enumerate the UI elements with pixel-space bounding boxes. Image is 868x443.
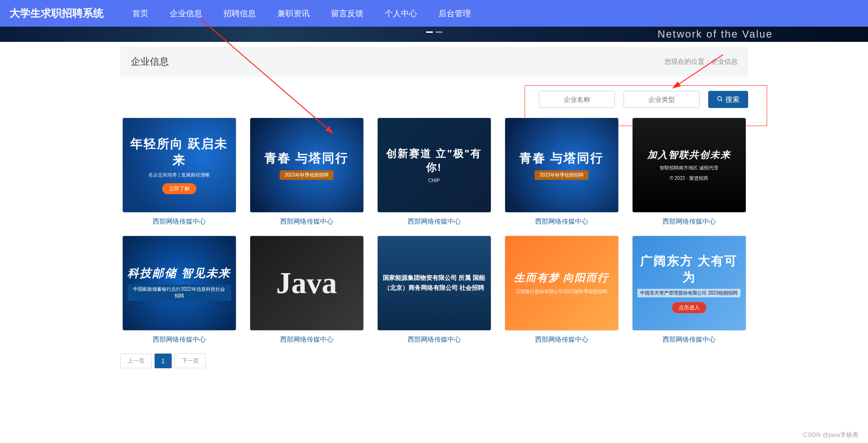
card-title-link[interactable]: 西部网络传媒中心 [663,335,716,344]
list-item: 创新赛道 立"极"有你! CHIP 西部网络传媒中心 [375,118,493,226]
breadcrumb: 您现在的位置：企业信息 [664,58,738,66]
card-title-link[interactable]: 西部网络传媒中心 [280,217,333,226]
thumb-extra-text: © 2022 · 聚贤招商 [670,175,708,182]
card-title-link[interactable]: 西部网络传媒中心 [535,335,588,344]
card-title-link[interactable]: 西部网络传媒中心 [153,217,206,226]
enterprise-grid: 年轻所向 跃启未来 名企定岗培养 | 发展路径清晰 立即了解 西部网络传媒中心 … [120,118,748,344]
card-thumb[interactable]: 创新赛道 立"极"有你! CHIP [377,118,491,213]
search-button[interactable]: 搜索 [708,91,748,108]
carousel-dot-1[interactable] [426,31,433,33]
brand-title: 大学生求职招聘系统 [10,6,104,20]
enterprise-name-input[interactable] [539,91,615,108]
nav-home[interactable]: 首页 [132,8,148,19]
list-item: 科技邮储 智见未来 中国邮政储蓄银行总行2022年信息科技社会招聘 西部网络传媒… [120,236,238,344]
carousel-dots [426,31,442,33]
thumb-primary-text: Java [276,266,337,301]
nav-feedback[interactable]: 留言反馈 [331,8,363,19]
enterprise-type-input[interactable] [624,91,700,108]
list-item: Java 西部网络传媒中心 [248,236,366,344]
thumb-cta-button: 点击进入 [672,302,706,313]
card-thumb[interactable]: Java [250,236,364,331]
list-item: 青春 与塔同行 2023年秋季校园招聘 西部网络传媒中心 [248,118,366,226]
breadcrumb-prefix: 您现在的位置： [664,58,711,65]
list-item: 生而有梦 向阳而行 日照银行股份有限公司2023届秋季校园招聘 西部网络传媒中心 [503,236,621,344]
card-thumb[interactable]: 年轻所向 跃启未来 名企定岗培养 | 发展路径清晰 立即了解 [122,118,236,213]
list-item: 青春 与塔同行 2023年秋季校园招聘 西部网络传媒中心 [503,118,621,226]
card-thumb[interactable]: 生而有梦 向阳而行 日照银行股份有限公司2023届秋季校园招聘 [505,236,619,331]
thumb-primary-text: 生而有梦 向阳而行 [514,271,609,285]
hero-banner: Network of the Value [0,27,868,42]
card-title-link[interactable]: 西部网络传媒中心 [535,217,588,226]
card-thumb[interactable]: 广阔东方 大有可为 中国东方资产管理股份有限公司 2023校园招聘 点击进入 [632,236,746,331]
hero-text: Network of the Value [657,28,773,40]
card-title-link[interactable]: 西部网络传媒中心 [408,217,461,226]
card-title-link[interactable]: 西部网络传媒中心 [663,217,716,226]
card-thumb[interactable]: 青春 与塔同行 2023年秋季校园招聘 [505,118,619,213]
card-thumb[interactable]: 青春 与塔同行 2023年秋季校园招聘 [250,118,364,213]
card-title-link[interactable]: 西部网络传媒中心 [153,335,206,344]
thumb-primary-text: 青春 与塔同行 [519,150,604,167]
thumb-primary-text: 科技邮储 智见未来 [127,266,231,280]
thumb-primary-text: 青春 与塔同行 [264,150,349,167]
svg-point-0 [717,96,721,100]
list-item: 年轻所向 跃启未来 名企定岗培养 | 发展路径清晰 立即了解 西部网络传媒中心 [120,118,238,226]
search-row: 搜索 [120,91,748,108]
thumb-cta-button: 立即了解 [162,183,196,194]
nav-admin[interactable]: 后台管理 [439,8,471,19]
card-thumb[interactable]: 国家能源集团物资有限公司 所属 国能（北京）商务网络有限公司 社会招聘 [377,236,491,331]
pagination-page-1[interactable]: 1 [155,354,172,368]
nav-recruit-info[interactable]: 招聘信息 [224,8,256,19]
thumb-primary-text: 创新赛道 立"极"有你! [382,147,486,174]
thumb-primary-text: 广阔东方 大有可为 [637,253,741,285]
navbar: 大学生求职招聘系统 首页 企业信息 招聘信息 兼职资讯 留言反馈 个人中心 后台… [0,0,868,27]
thumb-primary-text: 年轻所向 跃启未来 [127,136,231,168]
nav-personal-center[interactable]: 个人中心 [385,8,417,19]
thumb-sub-text: 2023年秋季校园招聘 [280,170,333,180]
panel-header: 企业信息 您现在的位置：企业信息 [120,47,748,77]
thumb-primary-text: 国家能源集团物资有限公司 所属 国能（北京）商务网络有限公司 社会招聘 [382,273,486,293]
nav-parttime-news[interactable]: 兼职资讯 [277,8,310,19]
card-title-link[interactable]: 西部网络传媒中心 [408,335,461,344]
carousel-dot-2[interactable] [436,31,442,33]
card-thumb[interactable]: 加入智联共创未来 智联招聘南方地区 诚招代理 © 2022 · 聚贤招商 [632,118,746,213]
list-item: 国家能源集团物资有限公司 所属 国能（北京）商务网络有限公司 社会招聘 西部网络… [375,236,493,344]
list-item: 广阔东方 大有可为 中国东方资产管理股份有限公司 2023校园招聘 点击进入 西… [630,236,748,344]
thumb-sub-text: 日照银行股份有限公司2023届秋季校园招聘 [516,288,607,295]
thumb-primary-text: 加入智联共创未来 [647,148,731,161]
nav-enterprise-info[interactable]: 企业信息 [170,8,202,19]
search-button-label: 搜索 [725,95,740,104]
search-icon [717,96,723,104]
thumb-sub-text: 2023年秋季校园招聘 [535,170,588,180]
thumb-sub-text: 名企定岗培养 | 发展路径清晰 [148,172,209,178]
card-thumb[interactable]: 科技邮储 智见未来 中国邮政储蓄银行总行2022年信息科技社会招聘 [122,236,236,331]
thumb-sub-text: 中国邮政储蓄银行总行2022年信息科技社会招聘 [127,285,231,301]
thumb-sub-text: 中国东方资产管理股份有限公司 2023校园招聘 [637,289,741,297]
page-title: 企业信息 [131,55,169,68]
card-title-link[interactable]: 西部网络传媒中心 [280,335,333,344]
thumb-sub-text: CHIP [429,178,440,183]
pagination: 上一页 1 下一页 [120,354,748,368]
list-item: 加入智联共创未来 智联招聘南方地区 诚招代理 © 2022 · 聚贤招商 西部网… [630,118,748,226]
pagination-next[interactable]: 下一页 [175,354,206,368]
svg-line-1 [721,99,722,101]
nav-items: 首页 企业信息 招聘信息 兼职资讯 留言反馈 个人中心 后台管理 [132,8,471,19]
breadcrumb-current: 企业信息 [711,58,738,65]
thumb-sub-text: 智联招聘南方地区 诚招代理 [660,165,718,171]
pagination-prev[interactable]: 上一页 [120,354,152,368]
